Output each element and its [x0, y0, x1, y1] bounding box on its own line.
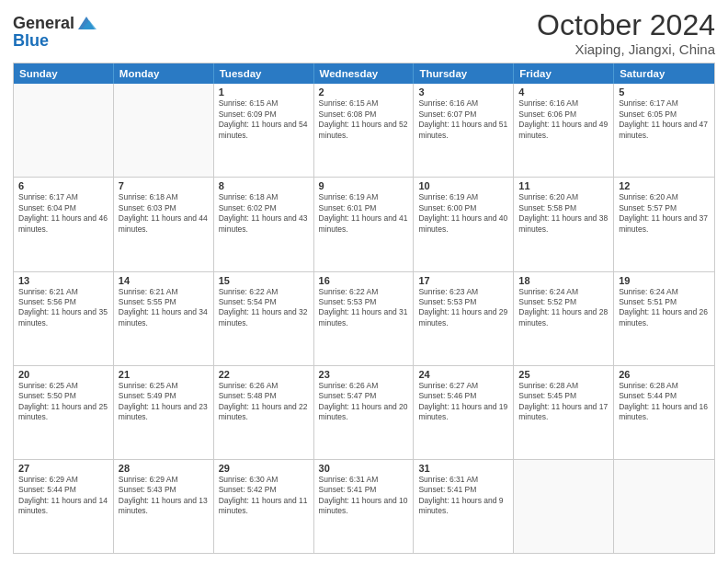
day-27: 27Sunrise: 6:29 AM Sunset: 5:44 PM Dayli…	[14, 460, 114, 553]
day-13: 13Sunrise: 6:21 AM Sunset: 5:56 PM Dayli…	[14, 272, 114, 365]
day-21: 21Sunrise: 6:25 AM Sunset: 5:49 PM Dayli…	[114, 366, 214, 459]
logo-general: General	[13, 15, 74, 31]
day-number: 11	[518, 180, 609, 191]
day-info: Sunrise: 6:30 AM Sunset: 5:42 PM Dayligh…	[219, 475, 309, 517]
col-header-monday: Monday	[114, 63, 214, 84]
day-info: Sunrise: 6:28 AM Sunset: 5:44 PM Dayligh…	[619, 381, 710, 423]
logo: General Blue	[13, 13, 97, 51]
day-number: 13	[18, 275, 108, 286]
day-16: 16Sunrise: 6:22 AM Sunset: 5:53 PM Dayli…	[314, 272, 415, 365]
col-header-thursday: Thursday	[414, 63, 514, 84]
day-14: 14Sunrise: 6:21 AM Sunset: 5:55 PM Dayli…	[114, 272, 214, 365]
day-info: Sunrise: 6:25 AM Sunset: 5:50 PM Dayligh…	[18, 381, 108, 423]
calendar: SundayMondayTuesdayWednesdayThursdayFrid…	[13, 63, 715, 554]
day-5: 5Sunrise: 6:17 AM Sunset: 6:05 PM Daylig…	[614, 84, 714, 177]
day-info: Sunrise: 6:24 AM Sunset: 5:51 PM Dayligh…	[619, 287, 710, 329]
day-number: 25	[518, 369, 609, 380]
day-8: 8Sunrise: 6:18 AM Sunset: 6:02 PM Daylig…	[214, 178, 314, 270]
col-header-tuesday: Tuesday	[214, 63, 314, 84]
day-number: 7	[119, 180, 209, 191]
day-number: 4	[518, 86, 609, 98]
col-header-sunday: Sunday	[14, 63, 114, 84]
day-25: 25Sunrise: 6:28 AM Sunset: 5:45 PM Dayli…	[514, 366, 614, 459]
day-15: 15Sunrise: 6:22 AM Sunset: 5:54 PM Dayli…	[214, 272, 314, 365]
page-title: October 2024	[537, 9, 715, 41]
calendar-header: SundayMondayTuesdayWednesdayThursdayFrid…	[14, 63, 714, 84]
day-info: Sunrise: 6:23 AM Sunset: 5:53 PM Dayligh…	[418, 287, 508, 329]
day-info: Sunrise: 6:17 AM Sunset: 6:05 PM Dayligh…	[619, 98, 710, 141]
day-23: 23Sunrise: 6:26 AM Sunset: 5:47 PM Dayli…	[314, 366, 415, 459]
day-number: 14	[119, 275, 209, 286]
day-number: 17	[418, 275, 508, 286]
day-number: 2	[319, 86, 409, 98]
day-info: Sunrise: 6:31 AM Sunset: 5:41 PM Dayligh…	[319, 475, 409, 517]
empty-cell	[114, 84, 214, 177]
day-17: 17Sunrise: 6:23 AM Sunset: 5:53 PM Dayli…	[414, 272, 514, 365]
day-4: 4Sunrise: 6:16 AM Sunset: 6:06 PM Daylig…	[514, 84, 614, 177]
day-9: 9Sunrise: 6:19 AM Sunset: 6:01 PM Daylig…	[314, 178, 415, 270]
page-header: General Blue October 2024 Xiaping, Jiang…	[13, 9, 715, 57]
day-number: 18	[518, 275, 609, 286]
day-number: 28	[119, 463, 209, 474]
day-number: 5	[619, 86, 710, 98]
empty-cell	[514, 460, 614, 553]
day-number: 6	[18, 180, 108, 191]
week-row-4: 27Sunrise: 6:29 AM Sunset: 5:44 PM Dayli…	[14, 460, 714, 553]
day-7: 7Sunrise: 6:18 AM Sunset: 6:03 PM Daylig…	[114, 178, 214, 270]
day-31: 31Sunrise: 6:31 AM Sunset: 5:41 PM Dayli…	[414, 460, 514, 553]
col-header-friday: Friday	[514, 63, 614, 84]
day-2: 2Sunrise: 6:15 AM Sunset: 6:08 PM Daylig…	[314, 84, 415, 177]
day-info: Sunrise: 6:20 AM Sunset: 5:58 PM Dayligh…	[518, 192, 609, 235]
day-1: 1Sunrise: 6:15 AM Sunset: 6:09 PM Daylig…	[214, 84, 314, 177]
day-number: 19	[619, 275, 710, 286]
day-number: 26	[619, 369, 710, 380]
day-number: 23	[319, 369, 409, 380]
day-info: Sunrise: 6:20 AM Sunset: 5:57 PM Dayligh…	[619, 192, 710, 235]
day-info: Sunrise: 6:24 AM Sunset: 5:52 PM Dayligh…	[518, 287, 609, 329]
day-info: Sunrise: 6:16 AM Sunset: 6:06 PM Dayligh…	[518, 98, 609, 141]
day-18: 18Sunrise: 6:24 AM Sunset: 5:52 PM Dayli…	[514, 272, 614, 365]
week-row-3: 20Sunrise: 6:25 AM Sunset: 5:50 PM Dayli…	[14, 366, 714, 460]
day-10: 10Sunrise: 6:19 AM Sunset: 6:00 PM Dayli…	[414, 178, 514, 270]
day-info: Sunrise: 6:16 AM Sunset: 6:07 PM Dayligh…	[418, 98, 508, 141]
day-info: Sunrise: 6:27 AM Sunset: 5:46 PM Dayligh…	[418, 381, 508, 423]
day-number: 10	[418, 180, 508, 191]
page-location: Xiaping, Jiangxi, China	[537, 41, 715, 57]
day-info: Sunrise: 6:18 AM Sunset: 6:03 PM Dayligh…	[119, 192, 209, 235]
day-number: 29	[219, 463, 309, 474]
day-info: Sunrise: 6:29 AM Sunset: 5:44 PM Dayligh…	[18, 475, 108, 517]
week-row-1: 6Sunrise: 6:17 AM Sunset: 6:04 PM Daylig…	[14, 178, 714, 271]
day-22: 22Sunrise: 6:26 AM Sunset: 5:48 PM Dayli…	[214, 366, 314, 459]
day-11: 11Sunrise: 6:20 AM Sunset: 5:58 PM Dayli…	[514, 178, 614, 270]
day-20: 20Sunrise: 6:25 AM Sunset: 5:50 PM Dayli…	[14, 366, 114, 459]
day-29: 29Sunrise: 6:30 AM Sunset: 5:42 PM Dayli…	[214, 460, 314, 553]
logo-icon	[76, 13, 97, 33]
empty-cell	[14, 84, 114, 177]
day-info: Sunrise: 6:22 AM Sunset: 5:53 PM Dayligh…	[319, 287, 409, 329]
day-info: Sunrise: 6:26 AM Sunset: 5:48 PM Dayligh…	[219, 381, 309, 423]
day-number: 31	[418, 463, 508, 474]
day-number: 20	[18, 369, 108, 380]
day-info: Sunrise: 6:17 AM Sunset: 6:04 PM Dayligh…	[18, 192, 108, 235]
title-block: October 2024 Xiaping, Jiangxi, China	[537, 9, 715, 57]
day-info: Sunrise: 6:29 AM Sunset: 5:43 PM Dayligh…	[119, 475, 209, 517]
calendar-body: 1Sunrise: 6:15 AM Sunset: 6:09 PM Daylig…	[14, 84, 714, 553]
day-6: 6Sunrise: 6:17 AM Sunset: 6:04 PM Daylig…	[14, 178, 114, 270]
day-30: 30Sunrise: 6:31 AM Sunset: 5:41 PM Dayli…	[314, 460, 415, 553]
day-number: 24	[418, 369, 508, 380]
empty-cell	[614, 460, 714, 553]
day-12: 12Sunrise: 6:20 AM Sunset: 5:57 PM Dayli…	[614, 178, 714, 270]
day-info: Sunrise: 6:15 AM Sunset: 6:09 PM Dayligh…	[219, 98, 309, 141]
day-number: 9	[319, 180, 409, 191]
day-number: 21	[119, 369, 209, 380]
day-19: 19Sunrise: 6:24 AM Sunset: 5:51 PM Dayli…	[614, 272, 714, 365]
day-info: Sunrise: 6:19 AM Sunset: 6:00 PM Dayligh…	[418, 192, 508, 235]
week-row-0: 1Sunrise: 6:15 AM Sunset: 6:09 PM Daylig…	[14, 84, 714, 178]
day-info: Sunrise: 6:19 AM Sunset: 6:01 PM Dayligh…	[319, 192, 409, 235]
day-info: Sunrise: 6:28 AM Sunset: 5:45 PM Dayligh…	[518, 381, 609, 423]
day-28: 28Sunrise: 6:29 AM Sunset: 5:43 PM Dayli…	[114, 460, 214, 553]
day-info: Sunrise: 6:15 AM Sunset: 6:08 PM Dayligh…	[319, 98, 409, 141]
col-header-saturday: Saturday	[614, 63, 714, 84]
day-info: Sunrise: 6:25 AM Sunset: 5:49 PM Dayligh…	[119, 381, 209, 423]
week-row-2: 13Sunrise: 6:21 AM Sunset: 5:56 PM Dayli…	[14, 272, 714, 366]
